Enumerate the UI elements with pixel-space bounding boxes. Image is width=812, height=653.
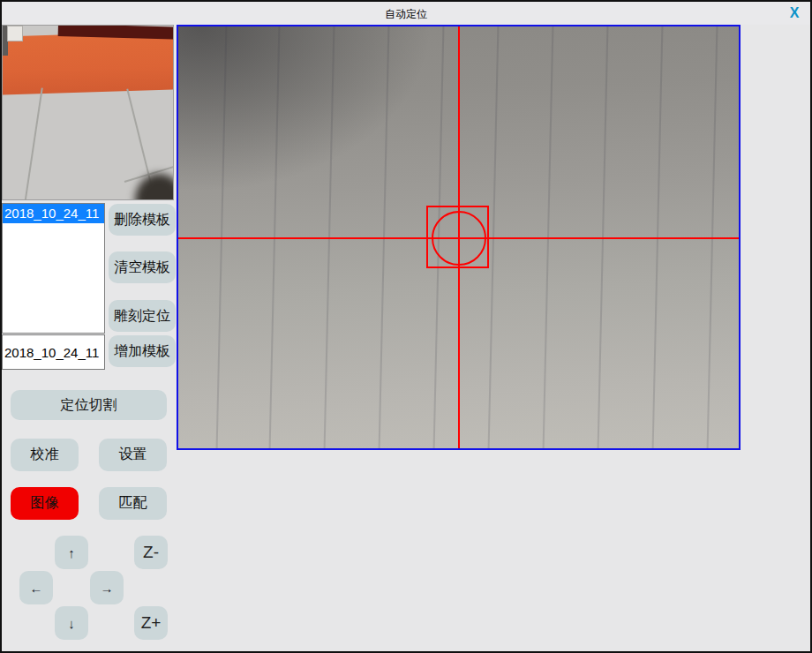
engrave-position-button[interactable]: 雕刻定位 [109,300,176,332]
jog-z-minus-button[interactable]: Z- [134,536,168,569]
thumbnail-white-tile [7,26,23,41]
jog-right-button[interactable]: → [90,571,124,604]
target-circle [432,211,486,266]
camera-view [177,25,741,450]
auto-position-window: 自动定位 X 2018_10_24_11 删除模板 清空模板 雕刻定位 增加模板… [0,0,812,653]
jog-up-button[interactable]: ↑ [55,536,88,569]
position-cut-button[interactable]: 定位切割 [11,390,167,420]
window-title: 自动定位 [2,7,810,22]
template-list-item[interactable]: 2018_10_24_11 [3,204,104,223]
settings-button[interactable]: 设置 [99,439,167,471]
jog-z-plus-button[interactable]: Z+ [134,606,168,640]
add-template-button[interactable]: 增加模板 [109,335,176,367]
template-name-input[interactable] [2,334,105,370]
delete-template-button[interactable]: 删除模板 [109,204,176,236]
jog-left-button[interactable]: ← [19,571,53,604]
template-thumbnail [2,25,174,200]
calibrate-button[interactable]: 校准 [11,439,79,471]
close-icon[interactable]: X [786,4,803,22]
jog-down-button[interactable]: ↓ [55,606,88,640]
template-list[interactable]: 2018_10_24_11 [2,203,105,334]
title-bar: 自动定位 X [2,2,810,25]
thumbnail-orange-band [2,31,174,95]
thumbnail-dark-blob [135,174,174,200]
clear-templates-button[interactable]: 清空模板 [109,251,176,283]
thumbnail-grout-line [24,88,42,200]
image-button[interactable]: 图像 [11,487,79,520]
match-button[interactable]: 匹配 [99,487,167,520]
